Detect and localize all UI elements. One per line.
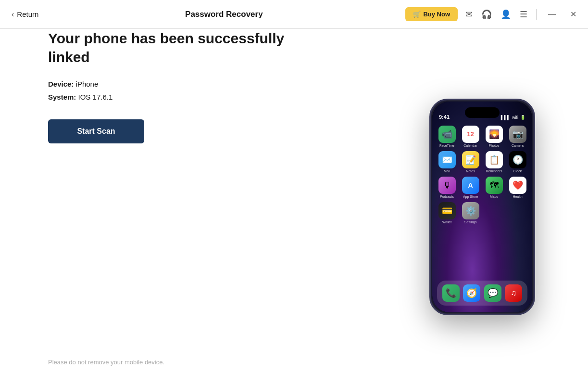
appstore-label: App Store [463,195,478,198]
app-wallet: 💳 Wallet [437,202,457,224]
signal-icon: ▌▌▌ [501,115,510,120]
cart-icon: 🛒 [413,11,421,18]
facetime-icon: 📹 [438,126,456,143]
app-facetime: 📹 FaceTime [437,126,457,147]
wifi-icon: wifi [512,115,518,120]
app-camera: 📷 Camera [508,126,527,147]
settings-label: Settings [464,220,476,224]
dock-music-icon: ♫ [505,284,522,302]
dock-phone: 📞 [442,284,460,302]
photos-icon: 🌄 [486,126,503,143]
notes-icon: 📝 [462,151,479,168]
facetime-label: FaceTime [439,144,454,147]
titlebar: ‹ Return Password Recovery 🛒 Buy Now ✉ 🎧… [0,0,588,29]
system-info: System: IOS 17.6.1 [48,93,348,101]
titlebar-actions: 🛒 Buy Now ✉ 🎧 👤 ☰ — ✕ [405,7,580,21]
health-icon: ❤️ [509,177,526,194]
page-title: Password Recovery [185,10,263,19]
device-value: iPhone [76,80,99,88]
start-scan-button[interactable]: Start Scan [48,119,144,143]
app-clock: 🕐 Clock [508,151,527,173]
mail-label: Mail [444,169,450,173]
appstore-icon: A [462,177,479,194]
dock-safari: 🧭 [463,284,481,302]
phone-outer: 9:41 ▌▌▌ wifi 🔋 📹 FaceTime [429,99,535,315]
dock-phone-icon: 📞 [442,284,460,302]
maps-label: Maps [490,195,498,198]
app-settings: ⚙️ Settings [461,202,480,224]
app-mail: ✉️ Mail [437,151,457,173]
dock-music: ♫ [505,284,523,302]
app-photos: 🌄 Photos [484,126,504,147]
mail-app-icon: ✉️ [438,151,456,168]
app-health: ❤️ Health [508,177,527,198]
wallet-label: Wallet [442,220,451,224]
system-value: IOS 17.6.1 [78,93,113,101]
status-time: 9:41 [439,114,450,120]
camera-icon: 📷 [509,126,526,143]
maps-icon: 🗺 [486,177,503,194]
mail-button[interactable]: ✉ [464,8,474,21]
device-info: Device: iPhone [48,80,348,88]
main-content: Your phone has been successfully linked … [0,29,588,385]
left-panel: Your phone has been successfully linked … [0,29,386,385]
headset-button[interactable]: 🎧 [480,8,493,21]
podcasts-icon: 🎙 [438,177,456,194]
calendar-icon: 12 [462,126,479,143]
clock-icon: 🕐 [509,151,526,168]
account-button[interactable]: 👤 [500,8,512,21]
app-podcasts: 🎙 Podcasts [437,177,457,198]
return-button[interactable]: ‹ Return [8,8,42,21]
app-grid: 📹 FaceTime 12 Calendar 🌄 Photos 📷 [432,126,532,224]
buy-now-button[interactable]: 🛒 Buy Now [405,7,458,21]
app-calendar: 12 Calendar [461,126,480,147]
dock-safari-icon: 🧭 [463,284,480,302]
device-label: Device: [48,80,74,88]
dock-messages-icon: 💬 [484,284,501,302]
return-label: Return [17,10,38,18]
success-title: Your phone has been successfully linked [48,29,288,66]
settings-icon: ⚙️ [462,202,479,219]
minimize-button[interactable]: — [544,8,560,21]
podcasts-label: Podcasts [440,195,454,198]
system-label: System: [48,93,76,101]
camera-label: Camera [512,144,524,147]
reminders-label: Reminders [486,169,502,173]
reminders-icon: 📋 [486,151,503,168]
titlebar-center: Password Recovery [42,10,405,19]
app-maps: 🗺 Maps [484,177,504,198]
phone-dock: 📞 🧭 💬 ♫ [437,281,527,306]
photos-label: Photos [489,144,500,147]
health-label: Health [513,195,522,198]
notes-label: Notes [466,169,475,173]
app-appstore: A App Store [461,177,480,198]
clock-label: Clock [513,169,522,173]
buy-now-label: Buy Now [423,11,450,18]
menu-button[interactable]: ☰ [519,8,528,21]
close-button[interactable]: ✕ [566,8,580,21]
note-text: Please do not remove your mobile device. [48,359,348,385]
calendar-label: Calendar [463,144,477,147]
app-notes: 📝 Notes [461,151,480,173]
right-panel: 9:41 ▌▌▌ wifi 🔋 📹 FaceTime [386,29,588,385]
dynamic-island [465,107,500,118]
app-reminders: 📋 Reminders [484,151,504,173]
wallet-icon: 💳 [438,202,456,219]
battery-icon: 🔋 [520,115,525,120]
divider [536,9,537,20]
chevron-left-icon: ‹ [12,10,14,19]
phone-inner: 9:41 ▌▌▌ wifi 🔋 📹 FaceTime [432,102,532,312]
phone-illustration: 9:41 ▌▌▌ wifi 🔋 📹 FaceTime [429,99,535,315]
dock-messages: 💬 [484,284,502,302]
status-icons: ▌▌▌ wifi 🔋 [501,115,525,120]
